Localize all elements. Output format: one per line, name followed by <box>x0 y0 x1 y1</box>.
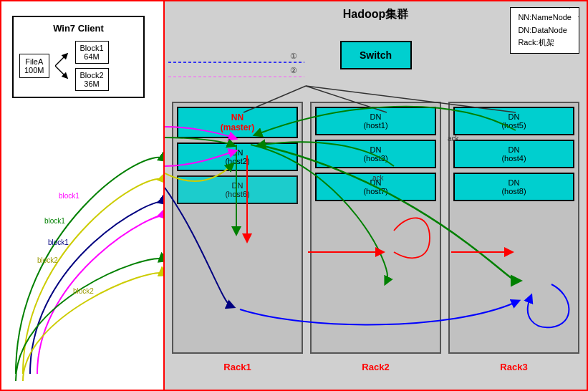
switch-box: Switch <box>340 41 412 69</box>
label-2: ② <box>290 66 297 74</box>
dn-host3-box: DN(host3) <box>315 140 436 168</box>
filea-box: FileA 100M <box>19 54 49 78</box>
label-block1-blue: block1 <box>48 238 69 246</box>
svg-line-0 <box>55 55 66 66</box>
dn-host1-box: DN(host1) <box>315 107 436 135</box>
rack3: DN(host5) DN(host4) DN(host8) Rack3 <box>448 102 579 354</box>
dn-host8-box: DN(host8) <box>453 173 574 201</box>
right-panel: Hadoop集群 NN:NameNode DN:DataNode Rack:机架… <box>165 1 587 390</box>
label-block2-yellow: block2 <box>37 256 58 264</box>
rack1: NN (master) DN(host2) DN(host6) Rack1 <box>172 102 303 354</box>
block1-box: Block1 64M <box>75 41 109 64</box>
split-arrows-icon <box>55 44 69 87</box>
label-block1-magenta: block1 <box>59 192 79 200</box>
blocks-col: Block1 64M Block2 36M <box>75 41 109 91</box>
legend-rack: Rack:机架 <box>518 37 572 49</box>
win7-client-box: Win7 Client FileA 100M <box>12 16 145 98</box>
nn-master-box: NN (master) <box>177 107 298 138</box>
racks-area: NN (master) DN(host2) DN(host6) Rack1 DN… <box>172 102 579 354</box>
rack3-label: Rack3 <box>500 362 527 372</box>
svg-line-1 <box>55 66 66 77</box>
label-block1-green: block1 <box>44 217 65 225</box>
main-container: Win7 Client FileA 100M <box>0 0 588 391</box>
client-inner: FileA 100M Block1 64M <box>19 41 138 91</box>
dn-host7-box: DN(host7) <box>315 173 436 201</box>
left-panel: Win7 Client FileA 100M <box>1 1 165 390</box>
dn-host6-box: DN(host6) <box>177 175 298 204</box>
legend-box: NN:NameNode DN:DataNode Rack:机架 <box>510 7 579 54</box>
legend-dn: DN:DataNode <box>518 24 572 37</box>
rack2: DN(host1) DN(host3) DN(host7) Rack2 <box>310 102 441 354</box>
label-1: ① <box>290 52 297 60</box>
legend-nn: NN:NameNode <box>518 11 572 24</box>
label-block2-green: block2 <box>73 287 94 295</box>
dn-host4-box: DN(host4) <box>453 140 574 168</box>
rack1-label: Rack1 <box>223 362 251 372</box>
dn-host2-box: DN(host2) <box>177 143 298 171</box>
block2-box: Block2 36M <box>75 68 109 91</box>
dn-host5-box: DN(host5) <box>453 107 574 135</box>
win7-client-title: Win7 Client <box>19 23 138 34</box>
rack2-label: Rack2 <box>362 362 389 372</box>
